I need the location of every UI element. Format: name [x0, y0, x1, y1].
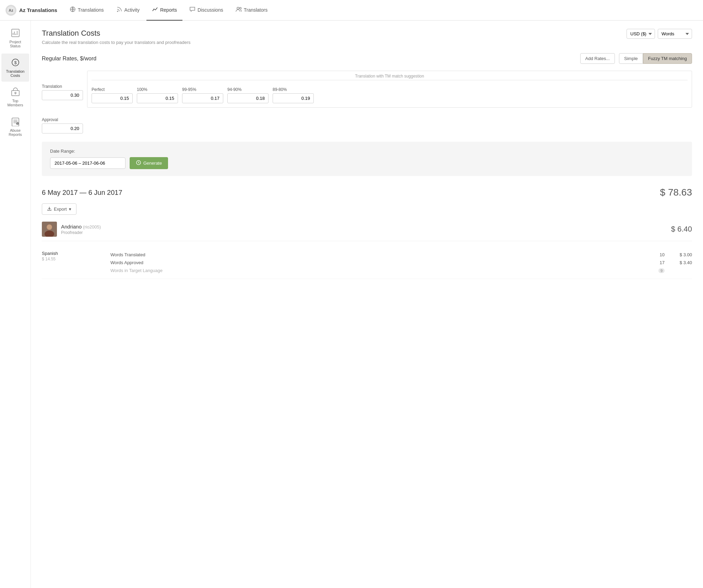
- translator-name-text: Andriano: [61, 224, 82, 230]
- rates-translation-row: Translation Translation with TM match su…: [42, 71, 692, 113]
- rates-controls: Add Rates... Simple Fuzzy TM matching: [580, 53, 692, 64]
- metric-count-words-target: 9: [644, 268, 665, 273]
- hundred-input[interactable]: [137, 93, 178, 103]
- avatar: [42, 222, 57, 237]
- perfect-input[interactable]: [92, 93, 133, 103]
- currency-select[interactable]: USD ($) EUR (€) GBP (£): [627, 29, 655, 39]
- metric-row-words-target: Words in Target Language 9: [110, 267, 692, 274]
- nine4-90-input[interactable]: [227, 93, 269, 103]
- brand: Az Az Translations: [5, 5, 57, 16]
- result-header: 6 May 2017 — 6 Jun 2017 $ 78.63: [42, 187, 692, 198]
- eight9-80-input[interactable]: [273, 93, 314, 103]
- translator-card-andriano: Andriano (rio2005) Proofreader $ 6.40 Sp…: [42, 222, 692, 279]
- eight9-80-field-group: 89-80%: [273, 87, 314, 103]
- tab-discussions-label: Discussions: [198, 7, 223, 13]
- page-header: Translation Costs Calculate the real tra…: [42, 29, 692, 45]
- top-navigation: Az Az Translations Translations Activity…: [0, 0, 703, 21]
- nine4-90-label: 94-90%: [227, 87, 269, 92]
- add-rates-button[interactable]: Add Rates...: [580, 53, 615, 64]
- svg-point-13: [15, 92, 16, 94]
- approval-row: Approval: [42, 117, 692, 133]
- language-metrics: Words Translated 10 $ 3.00 Words Approve…: [110, 251, 692, 274]
- export-label: Export: [54, 207, 67, 212]
- translator-name: Andriano (rio2005): [61, 224, 101, 230]
- sidebar-item-translation-costs-label: Translation Costs: [4, 69, 26, 78]
- tab-reports[interactable]: Reports: [146, 0, 182, 21]
- export-button[interactable]: Export ▾: [42, 203, 76, 215]
- main-layout: Project Status $ Translation Costs Top M…: [0, 21, 703, 588]
- tab-discussions[interactable]: Discussions: [184, 0, 229, 21]
- tab-activity[interactable]: Activity: [111, 0, 145, 21]
- sidebar-item-abuse-reports[interactable]: ! Abuse Reports: [1, 113, 29, 141]
- simple-button[interactable]: Simple: [619, 53, 643, 64]
- metric-name-words-translated: Words Translated: [110, 252, 644, 257]
- tab-translations-label: Translations: [78, 7, 104, 13]
- translation-label: Translation: [42, 84, 83, 89]
- result-total: $ 78.63: [660, 187, 692, 198]
- brand-label: Az Translations: [19, 7, 57, 13]
- eight9-80-label: 89-80%: [273, 87, 314, 92]
- tm-rates-grid: Perfect 100% 99-95% 94-90%: [92, 83, 688, 103]
- generate-button[interactable]: Generate: [130, 157, 168, 169]
- language-price: $ 14.55: [42, 257, 110, 261]
- svg-rect-12: [12, 91, 19, 96]
- tab-translators[interactable]: Translators: [230, 0, 273, 21]
- translator-info: Andriano (rio2005) Proofreader: [42, 222, 101, 237]
- header-controls: USD ($) EUR (€) GBP (£) Words Characters: [627, 29, 692, 39]
- language-info: Spanish $ 14.55: [42, 251, 110, 261]
- sidebar-item-abuse-reports-label: Abuse Reports: [4, 128, 26, 137]
- page-header-text: Translation Costs Calculate the real tra…: [42, 29, 191, 45]
- translator-name-block: Andriano (rio2005) Proofreader: [61, 224, 101, 235]
- approval-label: Approval: [42, 117, 692, 122]
- svg-point-3: [237, 7, 239, 9]
- tm-match-label: Translation with TM match suggestion: [92, 71, 688, 80]
- metric-cost-words-translated: $ 3.00: [665, 252, 692, 257]
- sidebar: Project Status $ Translation Costs Top M…: [0, 21, 31, 588]
- metric-name-words-approved: Words Approved: [110, 260, 644, 265]
- hundred-field-group: 100%: [137, 87, 178, 103]
- hundred-label: 100%: [137, 87, 178, 92]
- sidebar-item-project-status[interactable]: Project Status: [1, 24, 29, 52]
- generate-icon: [136, 160, 141, 166]
- tm-match-section: Translation with TM match suggestion Per…: [87, 71, 692, 108]
- export-icon: [47, 206, 52, 212]
- metric-row-words-approved: Words Approved 17 $ 3.40: [110, 259, 692, 267]
- date-row: Generate: [50, 157, 684, 169]
- sidebar-item-project-status-label: Project Status: [4, 40, 26, 48]
- svg-text:$: $: [14, 60, 17, 65]
- unit-select[interactable]: Words Characters: [658, 29, 692, 39]
- rates-section-title: Regular Rates, $/word: [42, 56, 96, 62]
- translator-cost: $ 6.40: [671, 225, 692, 234]
- translate-icon: [70, 6, 76, 14]
- metric-count-badge: 9: [658, 268, 665, 273]
- rates-section-header: Regular Rates, $/word Add Rates... Simpl…: [42, 53, 692, 64]
- metric-row-words-translated: Words Translated 10 $ 3.00: [110, 251, 692, 259]
- chart-icon: [152, 6, 158, 14]
- brand-icon: Az: [5, 5, 16, 16]
- nine4-90-field-group: 94-90%: [227, 87, 269, 103]
- result-date-range: 6 May 2017 — 6 Jun 2017: [42, 189, 122, 197]
- date-range-input[interactable]: [50, 157, 126, 169]
- translation-input[interactable]: [42, 90, 83, 100]
- page-title: Translation Costs: [42, 29, 191, 38]
- date-range-label: Date Range:: [50, 149, 684, 154]
- translator-username: (rio2005): [83, 224, 101, 230]
- sidebar-item-top-members[interactable]: Top Members: [1, 83, 29, 111]
- tab-translators-label: Translators: [244, 7, 268, 13]
- fuzzy-tm-button[interactable]: Fuzzy TM matching: [643, 53, 692, 64]
- rates-section: Translation Translation with TM match su…: [42, 71, 692, 133]
- svg-rect-15: [12, 118, 19, 126]
- metric-cost-words-approved: $ 3.40: [665, 260, 692, 265]
- translator-header: Andriano (rio2005) Proofreader $ 6.40: [42, 222, 692, 241]
- sidebar-item-top-members-label: Top Members: [4, 99, 26, 107]
- generate-label: Generate: [143, 161, 162, 166]
- nine9-95-field-group: 99-95%: [182, 87, 223, 103]
- sidebar-item-translation-costs[interactable]: $ Translation Costs: [1, 54, 29, 82]
- tab-translations[interactable]: Translations: [64, 0, 109, 21]
- approval-input[interactable]: [42, 124, 83, 133]
- language-row-spanish: Spanish $ 14.55 Words Translated 10 $ 3.…: [42, 247, 692, 279]
- language-name: Spanish: [42, 251, 110, 256]
- translator-role: Proofreader: [61, 230, 101, 235]
- nine9-95-input[interactable]: [182, 93, 223, 103]
- chat-icon: [189, 6, 195, 14]
